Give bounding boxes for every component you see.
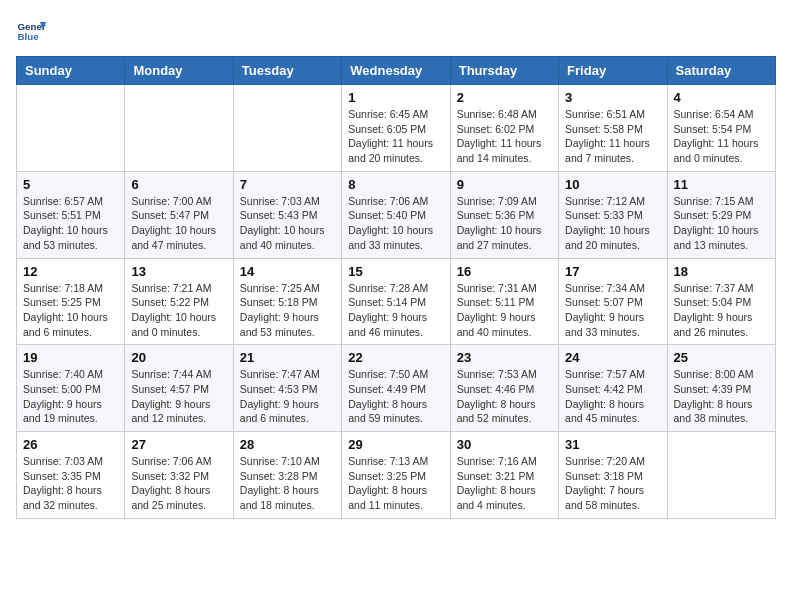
calendar-cell: 6Sunrise: 7:00 AM Sunset: 5:47 PM Daylig… bbox=[125, 171, 233, 258]
day-number: 20 bbox=[131, 350, 226, 365]
calendar-cell: 11Sunrise: 7:15 AM Sunset: 5:29 PM Dayli… bbox=[667, 171, 775, 258]
day-number: 24 bbox=[565, 350, 660, 365]
day-number: 15 bbox=[348, 264, 443, 279]
calendar-header-row: SundayMondayTuesdayWednesdayThursdayFrid… bbox=[17, 57, 776, 85]
calendar-week-row: 12Sunrise: 7:18 AM Sunset: 5:25 PM Dayli… bbox=[17, 258, 776, 345]
day-number: 9 bbox=[457, 177, 552, 192]
calendar-cell bbox=[17, 85, 125, 172]
day-info: Sunrise: 7:37 AM Sunset: 5:04 PM Dayligh… bbox=[674, 281, 769, 340]
day-number: 25 bbox=[674, 350, 769, 365]
svg-text:Blue: Blue bbox=[18, 31, 40, 42]
day-number: 29 bbox=[348, 437, 443, 452]
calendar-cell: 13Sunrise: 7:21 AM Sunset: 5:22 PM Dayli… bbox=[125, 258, 233, 345]
page-header: General Blue bbox=[16, 16, 776, 46]
calendar-cell: 5Sunrise: 6:57 AM Sunset: 5:51 PM Daylig… bbox=[17, 171, 125, 258]
calendar-cell: 24Sunrise: 7:57 AM Sunset: 4:42 PM Dayli… bbox=[559, 345, 667, 432]
day-info: Sunrise: 7:15 AM Sunset: 5:29 PM Dayligh… bbox=[674, 194, 769, 253]
day-info: Sunrise: 7:47 AM Sunset: 4:53 PM Dayligh… bbox=[240, 367, 335, 426]
calendar-cell: 3Sunrise: 6:51 AM Sunset: 5:58 PM Daylig… bbox=[559, 85, 667, 172]
calendar-cell: 31Sunrise: 7:20 AM Sunset: 3:18 PM Dayli… bbox=[559, 432, 667, 519]
day-info: Sunrise: 6:54 AM Sunset: 5:54 PM Dayligh… bbox=[674, 107, 769, 166]
day-number: 14 bbox=[240, 264, 335, 279]
day-info: Sunrise: 7:12 AM Sunset: 5:33 PM Dayligh… bbox=[565, 194, 660, 253]
calendar-cell: 16Sunrise: 7:31 AM Sunset: 5:11 PM Dayli… bbox=[450, 258, 558, 345]
day-number: 13 bbox=[131, 264, 226, 279]
day-info: Sunrise: 7:20 AM Sunset: 3:18 PM Dayligh… bbox=[565, 454, 660, 513]
day-info: Sunrise: 7:50 AM Sunset: 4:49 PM Dayligh… bbox=[348, 367, 443, 426]
calendar-cell: 30Sunrise: 7:16 AM Sunset: 3:21 PM Dayli… bbox=[450, 432, 558, 519]
day-info: Sunrise: 7:06 AM Sunset: 5:40 PM Dayligh… bbox=[348, 194, 443, 253]
day-info: Sunrise: 6:45 AM Sunset: 6:05 PM Dayligh… bbox=[348, 107, 443, 166]
day-info: Sunrise: 7:18 AM Sunset: 5:25 PM Dayligh… bbox=[23, 281, 118, 340]
calendar-cell: 7Sunrise: 7:03 AM Sunset: 5:43 PM Daylig… bbox=[233, 171, 341, 258]
day-number: 26 bbox=[23, 437, 118, 452]
weekday-header-friday: Friday bbox=[559, 57, 667, 85]
day-info: Sunrise: 6:51 AM Sunset: 5:58 PM Dayligh… bbox=[565, 107, 660, 166]
day-info: Sunrise: 7:40 AM Sunset: 5:00 PM Dayligh… bbox=[23, 367, 118, 426]
logo-icon: General Blue bbox=[16, 16, 46, 46]
day-info: Sunrise: 7:57 AM Sunset: 4:42 PM Dayligh… bbox=[565, 367, 660, 426]
calendar-cell: 10Sunrise: 7:12 AM Sunset: 5:33 PM Dayli… bbox=[559, 171, 667, 258]
day-number: 21 bbox=[240, 350, 335, 365]
day-number: 18 bbox=[674, 264, 769, 279]
day-info: Sunrise: 7:06 AM Sunset: 3:32 PM Dayligh… bbox=[131, 454, 226, 513]
calendar-cell: 26Sunrise: 7:03 AM Sunset: 3:35 PM Dayli… bbox=[17, 432, 125, 519]
calendar-cell: 8Sunrise: 7:06 AM Sunset: 5:40 PM Daylig… bbox=[342, 171, 450, 258]
calendar-cell: 18Sunrise: 7:37 AM Sunset: 5:04 PM Dayli… bbox=[667, 258, 775, 345]
day-info: Sunrise: 7:53 AM Sunset: 4:46 PM Dayligh… bbox=[457, 367, 552, 426]
calendar-cell: 15Sunrise: 7:28 AM Sunset: 5:14 PM Dayli… bbox=[342, 258, 450, 345]
day-number: 30 bbox=[457, 437, 552, 452]
calendar-cell: 28Sunrise: 7:10 AM Sunset: 3:28 PM Dayli… bbox=[233, 432, 341, 519]
day-number: 10 bbox=[565, 177, 660, 192]
calendar-week-row: 19Sunrise: 7:40 AM Sunset: 5:00 PM Dayli… bbox=[17, 345, 776, 432]
calendar-table: SundayMondayTuesdayWednesdayThursdayFrid… bbox=[16, 56, 776, 519]
day-info: Sunrise: 7:09 AM Sunset: 5:36 PM Dayligh… bbox=[457, 194, 552, 253]
day-info: Sunrise: 7:13 AM Sunset: 3:25 PM Dayligh… bbox=[348, 454, 443, 513]
calendar-cell: 23Sunrise: 7:53 AM Sunset: 4:46 PM Dayli… bbox=[450, 345, 558, 432]
day-number: 23 bbox=[457, 350, 552, 365]
calendar-cell: 25Sunrise: 8:00 AM Sunset: 4:39 PM Dayli… bbox=[667, 345, 775, 432]
day-info: Sunrise: 6:57 AM Sunset: 5:51 PM Dayligh… bbox=[23, 194, 118, 253]
calendar-week-row: 1Sunrise: 6:45 AM Sunset: 6:05 PM Daylig… bbox=[17, 85, 776, 172]
calendar-cell: 22Sunrise: 7:50 AM Sunset: 4:49 PM Dayli… bbox=[342, 345, 450, 432]
day-info: Sunrise: 7:28 AM Sunset: 5:14 PM Dayligh… bbox=[348, 281, 443, 340]
day-number: 12 bbox=[23, 264, 118, 279]
weekday-header-saturday: Saturday bbox=[667, 57, 775, 85]
day-info: Sunrise: 7:00 AM Sunset: 5:47 PM Dayligh… bbox=[131, 194, 226, 253]
day-number: 8 bbox=[348, 177, 443, 192]
day-number: 31 bbox=[565, 437, 660, 452]
calendar-cell bbox=[667, 432, 775, 519]
day-number: 5 bbox=[23, 177, 118, 192]
calendar-cell: 9Sunrise: 7:09 AM Sunset: 5:36 PM Daylig… bbox=[450, 171, 558, 258]
day-number: 17 bbox=[565, 264, 660, 279]
day-number: 16 bbox=[457, 264, 552, 279]
calendar-cell: 20Sunrise: 7:44 AM Sunset: 4:57 PM Dayli… bbox=[125, 345, 233, 432]
day-number: 27 bbox=[131, 437, 226, 452]
day-number: 19 bbox=[23, 350, 118, 365]
day-info: Sunrise: 7:25 AM Sunset: 5:18 PM Dayligh… bbox=[240, 281, 335, 340]
weekday-header-monday: Monday bbox=[125, 57, 233, 85]
day-info: Sunrise: 8:00 AM Sunset: 4:39 PM Dayligh… bbox=[674, 367, 769, 426]
day-number: 7 bbox=[240, 177, 335, 192]
weekday-header-sunday: Sunday bbox=[17, 57, 125, 85]
day-info: Sunrise: 7:34 AM Sunset: 5:07 PM Dayligh… bbox=[565, 281, 660, 340]
day-info: Sunrise: 7:10 AM Sunset: 3:28 PM Dayligh… bbox=[240, 454, 335, 513]
weekday-header-wednesday: Wednesday bbox=[342, 57, 450, 85]
day-info: Sunrise: 7:31 AM Sunset: 5:11 PM Dayligh… bbox=[457, 281, 552, 340]
weekday-header-tuesday: Tuesday bbox=[233, 57, 341, 85]
day-number: 28 bbox=[240, 437, 335, 452]
day-number: 1 bbox=[348, 90, 443, 105]
day-number: 2 bbox=[457, 90, 552, 105]
calendar-cell: 12Sunrise: 7:18 AM Sunset: 5:25 PM Dayli… bbox=[17, 258, 125, 345]
day-info: Sunrise: 7:03 AM Sunset: 5:43 PM Dayligh… bbox=[240, 194, 335, 253]
calendar-cell bbox=[233, 85, 341, 172]
day-info: Sunrise: 7:03 AM Sunset: 3:35 PM Dayligh… bbox=[23, 454, 118, 513]
calendar-cell: 19Sunrise: 7:40 AM Sunset: 5:00 PM Dayli… bbox=[17, 345, 125, 432]
day-info: Sunrise: 7:16 AM Sunset: 3:21 PM Dayligh… bbox=[457, 454, 552, 513]
calendar-cell bbox=[125, 85, 233, 172]
day-number: 22 bbox=[348, 350, 443, 365]
calendar-cell: 17Sunrise: 7:34 AM Sunset: 5:07 PM Dayli… bbox=[559, 258, 667, 345]
day-number: 3 bbox=[565, 90, 660, 105]
calendar-cell: 2Sunrise: 6:48 AM Sunset: 6:02 PM Daylig… bbox=[450, 85, 558, 172]
calendar-cell: 21Sunrise: 7:47 AM Sunset: 4:53 PM Dayli… bbox=[233, 345, 341, 432]
